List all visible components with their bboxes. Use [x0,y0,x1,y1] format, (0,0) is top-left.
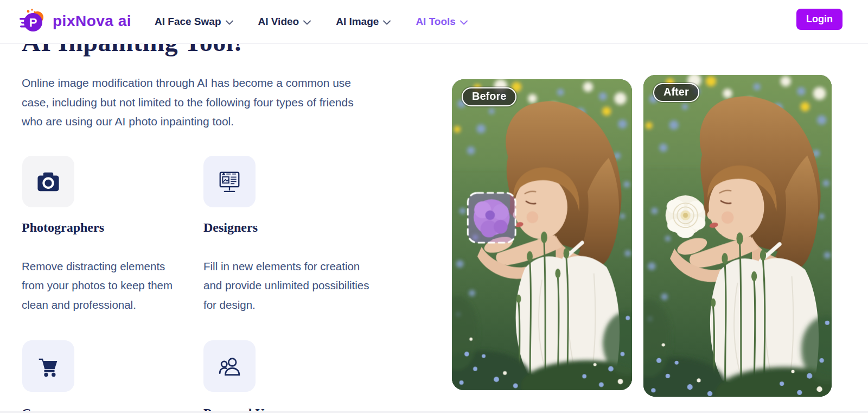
svg-text:P: P [29,16,37,29]
feature-tile-consumers [22,340,74,392]
camera-icon [36,169,61,194]
feature-tile-designers [203,156,256,207]
feature-tile-photographers [22,156,74,207]
shopping-cart-icon [36,354,61,379]
before-badge: Before [462,87,516,106]
before-photo-image [452,79,632,390]
feature-title-photographers: Photographers [22,220,104,235]
nav-item-label: AI Image [336,16,379,28]
hero-description: Online image modification through AI has… [22,73,365,131]
design-monitor-icon [217,169,242,194]
main-nav: AI Face Swap AI Video AI Image AI Tools [155,0,468,43]
nav-item-label: AI Video [258,16,299,28]
chevron-down-icon [460,20,468,25]
nav-item-ai-video[interactable]: AI Video [258,16,311,28]
feature-desc-designers: Fill in new elements for creation and pr… [203,257,373,315]
feature-tile-personal-users [203,340,256,392]
chevron-down-icon [226,20,233,25]
brand-wordmark: pixNova ai [53,12,131,30]
login-button[interactable]: Login [796,9,843,30]
header: P pixNova ai AI Face Swap AI Video AI Im… [0,0,868,43]
after-photo: After [643,75,832,397]
brand-logo[interactable]: P pixNova ai [20,7,131,35]
nav-item-label: AI Tools [416,16,456,28]
before-photo: Before [452,79,632,390]
nav-item-ai-image[interactable]: AI Image [336,16,391,28]
users-icon [217,354,242,379]
nav-item-ai-face-swap[interactable]: AI Face Swap [155,16,233,28]
section-divider [0,411,868,413]
after-photo-image [643,75,832,397]
chevron-down-icon [383,20,391,25]
inpaint-mask-selection [468,193,515,243]
nav-item-ai-tools[interactable]: AI Tools [416,16,468,28]
feature-desc-photographers: Remove distracting elements from your ph… [22,257,184,315]
brand-logo-icon: P [20,7,48,35]
feature-title-designers: Designers [203,220,258,235]
chevron-down-icon [303,20,311,25]
after-badge: After [653,83,699,102]
nav-item-label: AI Face Swap [155,16,221,28]
